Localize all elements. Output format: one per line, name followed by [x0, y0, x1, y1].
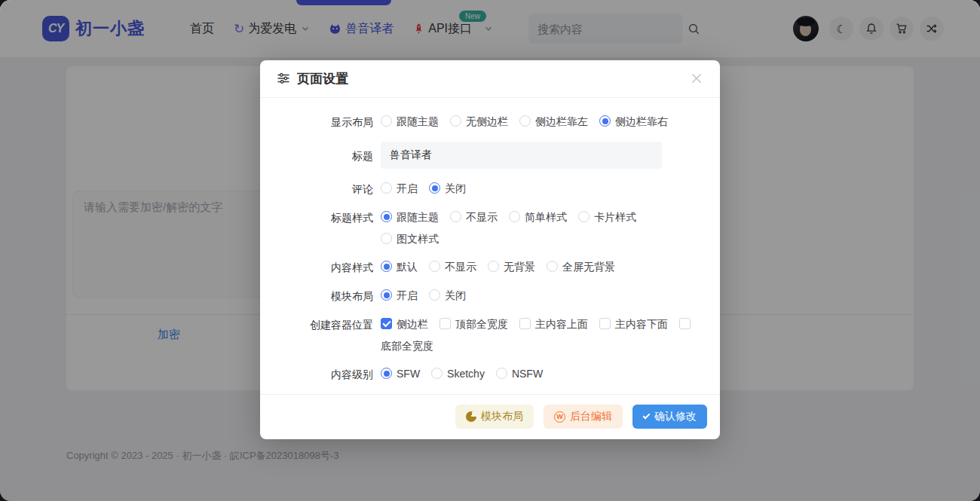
checkbox-option-checked[interactable]: 侧边栏 — [381, 316, 428, 332]
option-label: 简单样式 — [525, 209, 567, 225]
radio-option[interactable]: 开启 — [381, 180, 418, 197]
option-label: 全屏无背景 — [562, 258, 615, 275]
radio-icon — [381, 115, 392, 127]
radio-option-selected[interactable]: 跟随主题 — [381, 209, 439, 225]
radio-option-selected[interactable]: 默认 — [381, 258, 418, 275]
module-layout-button[interactable]: 模块布局 — [455, 405, 534, 429]
field-label: 模块布局 — [278, 287, 381, 304]
confirm-button[interactable]: 确认修改 — [632, 405, 707, 429]
radio-icon — [450, 115, 461, 127]
option-label: NSFW — [512, 365, 543, 382]
option-label: 无侧边栏 — [466, 113, 508, 130]
radio-option-selected[interactable]: SFW — [381, 365, 420, 382]
title-input[interactable] — [381, 142, 662, 169]
radio-icon — [488, 261, 499, 272]
radio-checked-icon — [381, 261, 392, 272]
radio-option[interactable]: 卡片样式 — [578, 209, 636, 225]
option-label: SFW — [397, 365, 420, 382]
radio-option[interactable]: 无背景 — [488, 258, 535, 275]
check-icon — [643, 412, 651, 420]
radio-icon — [496, 368, 507, 379]
option-label: 关闭 — [445, 180, 466, 197]
row-title: 标题 — [278, 142, 702, 169]
checkbox-option[interactable]: 主内容下面 — [599, 316, 668, 332]
radio-option-selected[interactable]: 关闭 — [429, 180, 466, 197]
checkbox-option[interactable]: 顶部全宽度 — [439, 316, 508, 332]
row-comment: 评论 开启 关闭 — [278, 180, 702, 197]
radio-option[interactable]: 全屏无背景 — [547, 258, 615, 275]
option-label: 跟随主题 — [397, 209, 439, 225]
field-label: 创建容器位置 — [278, 316, 381, 354]
page-settings-modal: 页面设置 显示布局 跟随主题 无侧边栏 侧边栏靠左 侧边栏靠右 标题 — [260, 60, 720, 439]
modal-title: 页面设置 — [297, 70, 348, 87]
radio-option[interactable]: 不显示 — [450, 209, 498, 225]
option-label: 图文样式 — [397, 231, 439, 247]
field-label: 显示布局 — [278, 113, 381, 130]
checkbox-option[interactable]: 主内容上面 — [519, 316, 588, 332]
radio-icon — [547, 261, 558, 272]
backend-edit-button[interactable]: 后台编辑 — [544, 405, 623, 429]
option-label: 跟随主题 — [397, 113, 439, 130]
checkbox-checked-icon — [381, 318, 392, 329]
radio-icon — [381, 182, 392, 194]
radio-option[interactable]: Sketchy — [431, 365, 485, 382]
radio-icon — [429, 289, 440, 301]
field-label: 标题 — [278, 142, 381, 169]
radio-checked-icon — [429, 182, 440, 194]
button-label: 后台编辑 — [570, 410, 612, 423]
option-label: 开启 — [397, 180, 418, 197]
pie-chart-icon — [466, 411, 476, 422]
radio-option[interactable]: 无侧边栏 — [450, 113, 508, 130]
checkbox-icon — [679, 318, 691, 329]
checkbox-option-wrapped-label[interactable]: 底部全宽度 — [381, 338, 433, 354]
row-content-style: 内容样式 默认 不显示 无背景 全屏无背景 — [278, 258, 702, 276]
radio-option[interactable]: 侧边栏靠左 — [519, 113, 588, 130]
row-display-layout: 显示布局 跟随主题 无侧边栏 侧边栏靠左 侧边栏靠右 — [278, 113, 702, 130]
radio-icon — [381, 233, 392, 244]
radio-option[interactable]: NSFW — [496, 365, 543, 382]
radio-option[interactable]: 关闭 — [429, 287, 466, 304]
app-window: CY 初一小盏 首页 ↻ 为爱发电 兽音译者 — [0, 0, 980, 501]
radio-option-selected[interactable]: 侧边栏靠右 — [599, 113, 668, 130]
row-container-position: 创建容器位置 侧边栏 顶部全宽度 主内容上面 主内容下面 底部全宽度 — [278, 316, 702, 354]
option-label: Sketchy — [447, 365, 485, 382]
button-label: 确认修改 — [654, 410, 697, 423]
button-label: 模块布局 — [481, 410, 523, 423]
option-label: 默认 — [397, 258, 418, 275]
field-label: 内容样式 — [278, 258, 381, 276]
checkbox-icon — [519, 318, 531, 329]
radio-checked-icon — [381, 368, 392, 379]
radio-option[interactable]: 简单样式 — [509, 209, 567, 225]
option-label: 不显示 — [445, 258, 476, 275]
radio-icon — [578, 211, 590, 222]
option-label: 主内容上面 — [535, 316, 588, 332]
radio-icon — [509, 211, 520, 222]
checkbox-icon — [439, 318, 451, 329]
checkbox-icon — [599, 318, 611, 329]
option-label: 无背景 — [504, 258, 535, 275]
modal-body: 显示布局 跟随主题 无侧边栏 侧边栏靠左 侧边栏靠右 标题 评论 — [260, 98, 720, 394]
radio-option[interactable]: 不显示 — [429, 258, 476, 275]
close-icon[interactable] — [690, 72, 703, 85]
option-label: 不显示 — [466, 209, 498, 225]
radio-option-selected[interactable]: 开启 — [381, 287, 418, 304]
radio-option[interactable]: 图文样式 — [381, 231, 439, 247]
field-label: 评论 — [278, 180, 381, 197]
radio-icon — [429, 261, 440, 272]
field-label: 标题样式 — [278, 209, 381, 247]
option-label: 卡片样式 — [594, 209, 636, 225]
option-label: 侧边栏靠左 — [535, 113, 588, 130]
wordpress-icon — [554, 411, 565, 423]
radio-icon — [519, 115, 531, 127]
field-label: 内容级别 — [278, 365, 381, 383]
radio-checked-icon — [599, 115, 611, 127]
row-content-level: 内容级别 SFW Sketchy NSFW — [278, 365, 702, 383]
modal-header: 页面设置 — [260, 60, 720, 98]
option-label: 关闭 — [445, 287, 466, 304]
radio-icon — [431, 368, 443, 379]
radio-checked-icon — [381, 289, 392, 301]
checkbox-option[interactable] — [679, 318, 691, 329]
row-title-style: 标题样式 跟随主题 不显示 简单样式 卡片样式 图文样式 — [278, 209, 702, 247]
radio-option[interactable]: 跟随主题 — [381, 113, 439, 130]
modal-footer: 模块布局 后台编辑 确认修改 — [260, 394, 720, 439]
